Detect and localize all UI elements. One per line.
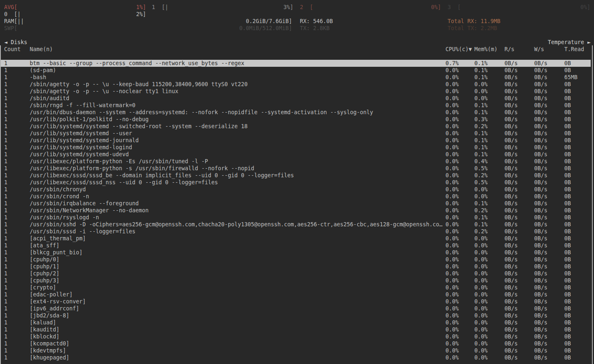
process-row[interactable]: 1 /usr/lib/systemd/systemd-udevd 0.0% 0.…	[1, 151, 591, 158]
column-header-write-rate[interactable]: W/s	[534, 46, 544, 53]
process-total-read-cell: 0B	[564, 144, 571, 151]
process-total-read-cell: 0B	[564, 172, 571, 179]
process-write-rate-cell: 0B/s	[534, 228, 547, 235]
process-row[interactable]: 1 -bash 0.0% 0.1% 0B/s 0B/s 65MB	[1, 74, 591, 81]
process-row[interactable]: 1 /usr/libexec/sssd/sssd_be --domain imp…	[1, 172, 591, 179]
process-row[interactable]: 1 [ipv6_addrconf] 0.0% 0.0% 0B/s 0B/s 0B	[1, 305, 591, 312]
process-mem-cell: 0.2%	[474, 172, 488, 179]
process-count-cell: 1	[4, 81, 7, 88]
process-row[interactable]: 1 (sd-pam) 0.0% 0.1% 0B/s 0B/s 0B	[1, 67, 591, 74]
cpu-avg-value: 1%]	[136, 4, 146, 11]
process-row[interactable]: 1 /usr/sbin/crond -n 0.0% 0.0% 0B/s 0B/s…	[1, 193, 591, 200]
process-count-cell: 1	[4, 228, 7, 235]
process-command-cell: /usr/sbin/crond -n	[30, 193, 89, 200]
process-row[interactable]: 1 /usr/lib/systemd/systemd-logind 0.0% 0…	[1, 144, 591, 151]
table-right-border	[592, 45, 593, 364]
column-header-name[interactable]: Name(n)	[30, 46, 53, 53]
process-total-read-cell: 0B	[564, 305, 571, 312]
process-row[interactable]: 1 /usr/sbin/irqbalance --foreground 0.0%…	[1, 200, 591, 207]
process-cpu-cell: 0.0%	[446, 263, 459, 270]
process-row[interactable]: 1 [jbd2/sda-8] 0.0% 0.0% 0B/s 0B/s 0B	[1, 312, 591, 319]
process-row[interactable]: 1 [khugepaged] 0.0% 0.0% 0B/s 0B/s 0B	[1, 354, 591, 361]
process-row[interactable]: 1 /usr/sbin/sshd -D -oCiphers=aes256-gcm…	[1, 221, 591, 228]
process-write-rate-cell: 0B/s	[534, 130, 547, 137]
table-nav-bar: ◄ Disks Temperature ►	[0, 39, 594, 46]
process-total-read-cell: 0B	[564, 123, 571, 130]
process-row[interactable]: 1 /usr/lib/systemd/systemd-journald 0.0%…	[1, 137, 591, 144]
process-row[interactable]: 1 [ext4-rsv-conver] 0.0% 0.0% 0B/s 0B/s …	[1, 298, 591, 305]
network-rx-value: RX: 546.0B	[300, 18, 333, 25]
process-mem-cell: 0.0%	[474, 291, 488, 298]
process-write-rate-cell: 0B/s	[534, 109, 547, 116]
nav-prev-disks-button[interactable]: ◄ Disks	[4, 39, 27, 46]
process-write-rate-cell: 0B/s	[534, 277, 547, 284]
process-row[interactable]: 1 /usr/libexec/platform-python -Es /usr/…	[1, 158, 591, 165]
process-row[interactable]: 1 [kauditd] 0.0% 0.0% 0B/s 0B/s 0B	[1, 326, 591, 333]
process-count-cell: 1	[4, 319, 7, 326]
process-row[interactable]: 1 [cpuhp/2] 0.0% 0.0% 0B/s 0B/s 0B	[1, 270, 591, 277]
process-row[interactable]: 1 [kblockd] 0.0% 0.0% 0B/s 0B/s 0B	[1, 333, 591, 340]
process-row[interactable]: 1 [kcompactd0] 0.0% 0.0% 0B/s 0B/s 0B	[1, 340, 591, 347]
process-row[interactable]: 1 /usr/sbin/NetworkManager --no-daemon 0…	[1, 207, 591, 214]
process-row[interactable]: 1 [ata_sff] 0.0% 0.0% 0B/s 0B/s 0B	[1, 242, 591, 249]
process-row[interactable]: 1 /sbin/agetty -o -p -- \u --noclear tty…	[1, 88, 591, 95]
process-total-read-cell: 0B	[564, 270, 571, 277]
process-row[interactable]: 1 [kdevtmpfs] 0.0% 0.0% 0B/s 0B/s 0B	[1, 347, 591, 354]
process-mem-cell: 0.4%	[474, 158, 488, 165]
process-count-cell: 1	[4, 270, 7, 277]
process-row[interactable]: 1 [kaluad] 0.0% 0.0% 0B/s 0B/s 0B	[1, 319, 591, 326]
process-read-rate-cell: 0B/s	[504, 137, 518, 144]
process-read-rate-cell: 0B/s	[504, 277, 518, 284]
process-read-rate-cell: 0B/s	[504, 200, 518, 207]
process-row[interactable]: 1 /usr/sbin/chronyd 0.0% 0.0% 0B/s 0B/s …	[1, 186, 591, 193]
process-write-rate-cell: 0B/s	[534, 263, 547, 270]
column-header-mem[interactable]: Mem%(m)	[474, 46, 497, 53]
process-row[interactable]: 1 /usr/sbin/rsyslogd -n 0.0% 0.1% 0B/s 0…	[1, 214, 591, 221]
process-cpu-cell: 0.0%	[446, 284, 459, 291]
process-row[interactable]: 1 [cpuhp/3] 0.0% 0.0% 0B/s 0B/s 0B	[1, 277, 591, 284]
process-cpu-cell: 0.0%	[446, 144, 459, 151]
process-row[interactable]: 1 /usr/lib/polkit-1/polkitd --no-debug 0…	[1, 116, 591, 123]
process-read-rate-cell: 0B/s	[504, 109, 518, 116]
column-header-cpu-sorted[interactable]: CPU%(c)▼	[446, 46, 472, 53]
process-row[interactable]: 1 /sbin/agetty -o -p -- \u --keep-baud 1…	[1, 81, 591, 88]
process-row[interactable]: 1 /sbin/rngd -f --fill-watermark=0 0.0% …	[1, 102, 591, 109]
column-header-count[interactable]: Count	[4, 46, 21, 53]
process-cpu-cell: 0.0%	[446, 172, 459, 179]
process-row[interactable]: 1 /usr/libexec/sssd/sssd_nss --uid 0 --g…	[1, 179, 591, 186]
process-read-rate-cell: 0B/s	[504, 95, 518, 102]
process-count-cell: 1	[4, 137, 7, 144]
process-row[interactable]: 1 [edac-poller] 0.0% 0.0% 0B/s 0B/s 0B	[1, 291, 591, 298]
process-row[interactable]: 1 [cpuhp/0] 0.0% 0.0% 0B/s 0B/s 0B	[1, 256, 591, 263]
process-command-cell: -bash	[30, 74, 46, 81]
process-total-read-cell: 0B	[564, 67, 571, 74]
process-write-rate-cell: 0B/s	[534, 151, 547, 158]
process-count-cell: 1	[4, 340, 7, 347]
process-command-cell: [kaluad]	[30, 319, 56, 326]
process-count-cell: 1	[4, 263, 7, 270]
process-count-cell: 1	[4, 144, 7, 151]
process-row[interactable]: 1 [cpuhp/1] 0.0% 0.0% 0B/s 0B/s 0B	[1, 263, 591, 270]
process-row[interactable]: 1 [blkcg_punt_bio] 0.0% 0.0% 0B/s 0B/s 0…	[1, 249, 591, 256]
process-row[interactable]: 1 /usr/lib/systemd/systemd --user 0.0% 0…	[1, 130, 591, 137]
column-header-read-rate[interactable]: R/s	[504, 46, 514, 53]
btm-terminal: AVG[ 1%] 1 [| 3%] 2 [ 0%] 3 [ 0%] 0 [| 2…	[0, 0, 594, 364]
process-count-cell: 1	[4, 235, 7, 242]
process-row[interactable]: 1 [acpi_thermal_pm] 0.0% 0.0% 0B/s 0B/s …	[1, 235, 591, 242]
process-read-rate-cell: 0B/s	[504, 165, 518, 172]
column-header-total-read[interactable]: T.Read	[564, 46, 584, 53]
process-row[interactable]: 1 /usr/sbin/sssd -i --logger=files 0.0% …	[1, 228, 591, 235]
process-write-rate-cell: 0B/s	[534, 88, 547, 95]
process-cpu-cell: 0.0%	[446, 130, 459, 137]
process-row[interactable]: 1 /usr/lib/systemd/systemd --switched-ro…	[1, 123, 591, 130]
process-row[interactable]: 1 /sbin/auditd 0.0% 0.0% 0B/s 0B/s 0B	[1, 95, 591, 102]
process-count-cell: 1	[4, 249, 7, 256]
process-write-rate-cell: 0B/s	[534, 326, 547, 333]
nav-next-temperature-button[interactable]: Temperature ►	[548, 39, 591, 46]
process-count-cell: 1	[4, 305, 7, 312]
process-row[interactable]: 1 [crypto] 0.0% 0.0% 0B/s 0B/s 0B	[1, 284, 591, 291]
process-row[interactable]: 1 /usr/libexec/platform-python -s /usr/s…	[1, 165, 591, 172]
process-cpu-cell: 0.0%	[446, 319, 459, 326]
process-row[interactable]: 1 btm --basic --group --process_command …	[1, 60, 591, 67]
process-row[interactable]: 1 /usr/bin/dbus-daemon --system --addres…	[1, 109, 591, 116]
